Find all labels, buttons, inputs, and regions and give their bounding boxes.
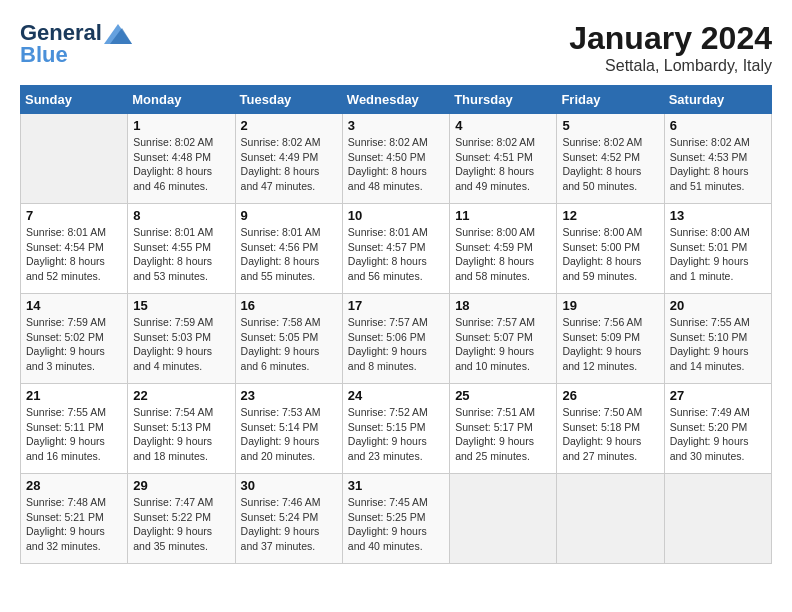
day-info: Sunrise: 8:01 AMSunset: 4:54 PMDaylight:… <box>26 225 122 284</box>
day-cell: 29Sunrise: 7:47 AMSunset: 5:22 PMDayligh… <box>128 474 235 564</box>
day-number: 14 <box>26 298 122 313</box>
day-cell: 2Sunrise: 8:02 AMSunset: 4:49 PMDaylight… <box>235 114 342 204</box>
day-info: Sunrise: 7:47 AMSunset: 5:22 PMDaylight:… <box>133 495 229 554</box>
logo-icon <box>104 24 132 44</box>
day-number: 5 <box>562 118 658 133</box>
day-number: 15 <box>133 298 229 313</box>
weekday-header-row: SundayMondayTuesdayWednesdayThursdayFrid… <box>21 86 772 114</box>
day-info: Sunrise: 8:02 AMSunset: 4:53 PMDaylight:… <box>670 135 766 194</box>
week-row-2: 7Sunrise: 8:01 AMSunset: 4:54 PMDaylight… <box>21 204 772 294</box>
day-number: 31 <box>348 478 444 493</box>
day-info: Sunrise: 7:55 AMSunset: 5:10 PMDaylight:… <box>670 315 766 374</box>
week-row-3: 14Sunrise: 7:59 AMSunset: 5:02 PMDayligh… <box>21 294 772 384</box>
day-cell: 20Sunrise: 7:55 AMSunset: 5:10 PMDayligh… <box>664 294 771 384</box>
day-info: Sunrise: 8:02 AMSunset: 4:49 PMDaylight:… <box>241 135 337 194</box>
day-cell: 10Sunrise: 8:01 AMSunset: 4:57 PMDayligh… <box>342 204 449 294</box>
day-info: Sunrise: 7:56 AMSunset: 5:09 PMDaylight:… <box>562 315 658 374</box>
day-cell: 27Sunrise: 7:49 AMSunset: 5:20 PMDayligh… <box>664 384 771 474</box>
day-info: Sunrise: 7:55 AMSunset: 5:11 PMDaylight:… <box>26 405 122 464</box>
day-cell: 3Sunrise: 8:02 AMSunset: 4:50 PMDaylight… <box>342 114 449 204</box>
day-cell: 28Sunrise: 7:48 AMSunset: 5:21 PMDayligh… <box>21 474 128 564</box>
page-header: General Blue January 2024 Settala, Lomba… <box>20 20 772 75</box>
day-number: 18 <box>455 298 551 313</box>
day-cell: 12Sunrise: 8:00 AMSunset: 5:00 PMDayligh… <box>557 204 664 294</box>
day-info: Sunrise: 8:02 AMSunset: 4:50 PMDaylight:… <box>348 135 444 194</box>
day-info: Sunrise: 8:01 AMSunset: 4:56 PMDaylight:… <box>241 225 337 284</box>
day-cell: 6Sunrise: 8:02 AMSunset: 4:53 PMDaylight… <box>664 114 771 204</box>
day-number: 23 <box>241 388 337 403</box>
day-number: 26 <box>562 388 658 403</box>
day-info: Sunrise: 7:49 AMSunset: 5:20 PMDaylight:… <box>670 405 766 464</box>
day-info: Sunrise: 7:52 AMSunset: 5:15 PMDaylight:… <box>348 405 444 464</box>
day-number: 28 <box>26 478 122 493</box>
calendar-table: SundayMondayTuesdayWednesdayThursdayFrid… <box>20 85 772 564</box>
day-cell: 7Sunrise: 8:01 AMSunset: 4:54 PMDaylight… <box>21 204 128 294</box>
day-number: 12 <box>562 208 658 223</box>
day-cell: 4Sunrise: 8:02 AMSunset: 4:51 PMDaylight… <box>450 114 557 204</box>
day-info: Sunrise: 7:46 AMSunset: 5:24 PMDaylight:… <box>241 495 337 554</box>
day-cell: 19Sunrise: 7:56 AMSunset: 5:09 PMDayligh… <box>557 294 664 384</box>
week-row-5: 28Sunrise: 7:48 AMSunset: 5:21 PMDayligh… <box>21 474 772 564</box>
day-number: 22 <box>133 388 229 403</box>
day-number: 7 <box>26 208 122 223</box>
day-info: Sunrise: 7:53 AMSunset: 5:14 PMDaylight:… <box>241 405 337 464</box>
day-info: Sunrise: 7:48 AMSunset: 5:21 PMDaylight:… <box>26 495 122 554</box>
logo: General Blue <box>20 20 132 68</box>
day-cell <box>21 114 128 204</box>
day-number: 10 <box>348 208 444 223</box>
day-info: Sunrise: 7:58 AMSunset: 5:05 PMDaylight:… <box>241 315 337 374</box>
day-number: 27 <box>670 388 766 403</box>
day-number: 21 <box>26 388 122 403</box>
day-cell: 26Sunrise: 7:50 AMSunset: 5:18 PMDayligh… <box>557 384 664 474</box>
day-info: Sunrise: 7:57 AMSunset: 5:07 PMDaylight:… <box>455 315 551 374</box>
day-number: 30 <box>241 478 337 493</box>
day-cell: 23Sunrise: 7:53 AMSunset: 5:14 PMDayligh… <box>235 384 342 474</box>
day-info: Sunrise: 7:50 AMSunset: 5:18 PMDaylight:… <box>562 405 658 464</box>
day-cell: 16Sunrise: 7:58 AMSunset: 5:05 PMDayligh… <box>235 294 342 384</box>
day-cell: 18Sunrise: 7:57 AMSunset: 5:07 PMDayligh… <box>450 294 557 384</box>
day-number: 13 <box>670 208 766 223</box>
day-number: 2 <box>241 118 337 133</box>
weekday-header-friday: Friday <box>557 86 664 114</box>
day-cell: 24Sunrise: 7:52 AMSunset: 5:15 PMDayligh… <box>342 384 449 474</box>
day-cell: 21Sunrise: 7:55 AMSunset: 5:11 PMDayligh… <box>21 384 128 474</box>
week-row-1: 1Sunrise: 8:02 AMSunset: 4:48 PMDaylight… <box>21 114 772 204</box>
day-number: 8 <box>133 208 229 223</box>
day-info: Sunrise: 8:02 AMSunset: 4:51 PMDaylight:… <box>455 135 551 194</box>
day-info: Sunrise: 8:02 AMSunset: 4:48 PMDaylight:… <box>133 135 229 194</box>
day-cell: 11Sunrise: 8:00 AMSunset: 4:59 PMDayligh… <box>450 204 557 294</box>
day-info: Sunrise: 8:00 AMSunset: 4:59 PMDaylight:… <box>455 225 551 284</box>
weekday-header-thursday: Thursday <box>450 86 557 114</box>
day-number: 16 <box>241 298 337 313</box>
day-number: 6 <box>670 118 766 133</box>
day-cell <box>450 474 557 564</box>
title-block: January 2024 Settala, Lombardy, Italy <box>569 20 772 75</box>
day-cell: 13Sunrise: 8:00 AMSunset: 5:01 PMDayligh… <box>664 204 771 294</box>
weekday-header-wednesday: Wednesday <box>342 86 449 114</box>
day-number: 3 <box>348 118 444 133</box>
day-number: 4 <box>455 118 551 133</box>
day-number: 29 <box>133 478 229 493</box>
day-info: Sunrise: 7:45 AMSunset: 5:25 PMDaylight:… <box>348 495 444 554</box>
day-number: 24 <box>348 388 444 403</box>
weekday-header-sunday: Sunday <box>21 86 128 114</box>
day-info: Sunrise: 8:01 AMSunset: 4:55 PMDaylight:… <box>133 225 229 284</box>
weekday-header-saturday: Saturday <box>664 86 771 114</box>
day-cell: 8Sunrise: 8:01 AMSunset: 4:55 PMDaylight… <box>128 204 235 294</box>
day-cell: 25Sunrise: 7:51 AMSunset: 5:17 PMDayligh… <box>450 384 557 474</box>
week-row-4: 21Sunrise: 7:55 AMSunset: 5:11 PMDayligh… <box>21 384 772 474</box>
day-info: Sunrise: 7:54 AMSunset: 5:13 PMDaylight:… <box>133 405 229 464</box>
day-info: Sunrise: 7:51 AMSunset: 5:17 PMDaylight:… <box>455 405 551 464</box>
calendar-title: January 2024 <box>569 20 772 57</box>
logo-blue: Blue <box>20 42 68 68</box>
day-number: 11 <box>455 208 551 223</box>
day-cell: 15Sunrise: 7:59 AMSunset: 5:03 PMDayligh… <box>128 294 235 384</box>
day-cell: 17Sunrise: 7:57 AMSunset: 5:06 PMDayligh… <box>342 294 449 384</box>
day-cell: 9Sunrise: 8:01 AMSunset: 4:56 PMDaylight… <box>235 204 342 294</box>
weekday-header-monday: Monday <box>128 86 235 114</box>
day-info: Sunrise: 8:00 AMSunset: 5:00 PMDaylight:… <box>562 225 658 284</box>
day-cell: 14Sunrise: 7:59 AMSunset: 5:02 PMDayligh… <box>21 294 128 384</box>
day-info: Sunrise: 8:02 AMSunset: 4:52 PMDaylight:… <box>562 135 658 194</box>
day-number: 19 <box>562 298 658 313</box>
day-number: 1 <box>133 118 229 133</box>
